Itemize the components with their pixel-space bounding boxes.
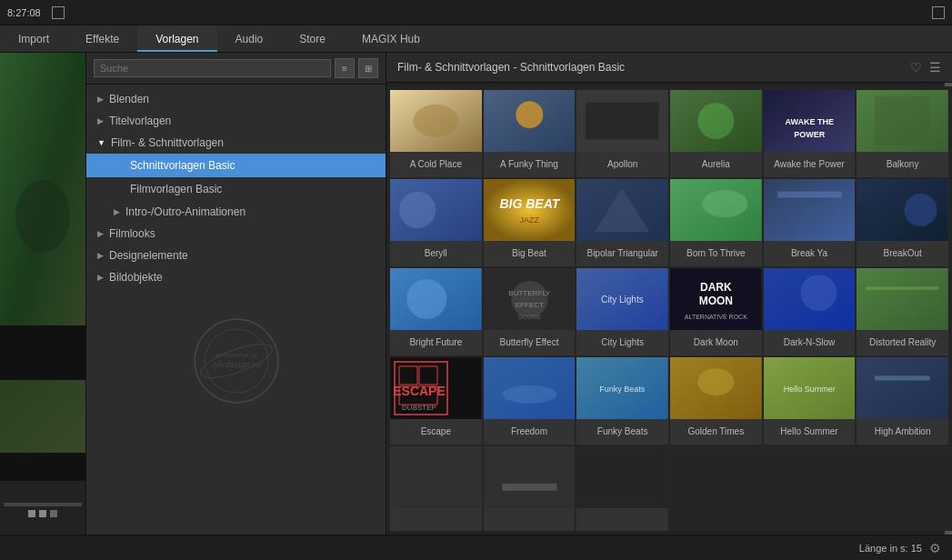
grid-item-break-ya[interactable]: Break Ya bbox=[764, 179, 856, 266]
arrow-titelvorlagen: ▶ bbox=[97, 116, 104, 125]
grid-item-bright[interactable]: Bright Future bbox=[390, 268, 482, 355]
tab-effekte[interactable]: Effekte bbox=[67, 25, 137, 52]
sidebar-item-blenden[interactable]: ▶ Blenden bbox=[86, 88, 386, 110]
favorite-icon[interactable]: ♡ bbox=[910, 60, 922, 75]
duration-label: Länge in s: 15 bbox=[859, 543, 922, 554]
grid-item-beryll[interactable]: Beryll bbox=[390, 179, 482, 266]
grid-item-dark-n-slow[interactable]: Dark-N-Slow bbox=[764, 268, 856, 355]
thumb-freedom bbox=[484, 357, 576, 419]
svg-rect-20 bbox=[875, 96, 929, 145]
thumb-apollon bbox=[576, 90, 668, 152]
thumb-high-ambition bbox=[857, 357, 948, 419]
filter-button-1[interactable]: ≡ bbox=[335, 58, 355, 78]
grid-item-aurelia[interactable]: Aurelia bbox=[670, 90, 762, 177]
grid-item-row5b[interactable] bbox=[484, 446, 576, 531]
tab-import[interactable]: Import bbox=[0, 25, 67, 52]
sidebar-item-intro[interactable]: ▶ Intro-/Outro-Animationen bbox=[86, 201, 386, 223]
label-awake: Awake the Power bbox=[764, 152, 856, 177]
thumb-row5c bbox=[576, 446, 668, 508]
arrow-design: ▶ bbox=[97, 251, 104, 260]
grid-item-awake[interactable]: AWAKE THE POWER Awake the Power bbox=[764, 90, 856, 177]
thumb-dark-n-slow bbox=[764, 268, 856, 330]
sidebar-item-schnittvorlagen[interactable]: Schnittvorlagen Basic bbox=[86, 154, 386, 177]
content-header: Film- & Schnittvorlagen - Schnittvorlage… bbox=[386, 53, 952, 83]
thumb-golden bbox=[670, 357, 762, 419]
grid-item-breakout[interactable]: BreakOut bbox=[857, 179, 948, 266]
svg-rect-69 bbox=[484, 446, 576, 508]
svg-point-11 bbox=[516, 101, 543, 128]
svg-rect-2 bbox=[0, 325, 85, 380]
play-icon[interactable] bbox=[28, 510, 35, 517]
svg-rect-50 bbox=[866, 286, 939, 289]
grid-item-row5a[interactable] bbox=[390, 446, 482, 531]
grid-item-big-beat[interactable]: BIG BEAT JAZZ Big Beat bbox=[484, 179, 576, 266]
scroll-bottom-bar bbox=[386, 531, 952, 535]
svg-text:MOON: MOON bbox=[699, 295, 733, 307]
grid-item-apollon[interactable]: Apollon bbox=[576, 90, 668, 177]
grid-item-city-lights[interactable]: City Lights City Lights bbox=[576, 268, 668, 355]
preview-slider[interactable] bbox=[4, 503, 82, 506]
label-cold-place: A Cold Place bbox=[390, 152, 482, 177]
menu-icon[interactable]: ☰ bbox=[929, 60, 941, 75]
grid-item-hello-summer[interactable]: Hello Summer Hello Summer bbox=[764, 357, 856, 445]
clock: 8:27:08 bbox=[7, 7, 41, 18]
grid-item-butterfly[interactable]: BUTTERFLY EFFECT SCORE Butterfly Effect bbox=[484, 268, 576, 355]
tab-magix[interactable]: MAGIX Hub bbox=[344, 25, 438, 52]
label-hello-summer: Hello Summer bbox=[764, 419, 856, 445]
svg-text:Alicdesign.eu: Alicdesign.eu bbox=[210, 360, 260, 369]
tab-store[interactable]: Store bbox=[281, 25, 344, 52]
stop-icon[interactable] bbox=[39, 510, 46, 517]
grid-item-row5c[interactable] bbox=[576, 446, 668, 531]
label-golden: Golden Times bbox=[670, 419, 762, 445]
label-apollon: Apollon bbox=[576, 152, 668, 177]
grid-item-golden[interactable]: Golden Times bbox=[670, 357, 762, 445]
sidebar-label-blenden: Blenden bbox=[109, 93, 149, 105]
svg-text:Funky Beats: Funky Beats bbox=[600, 385, 646, 394]
thumb-city-lights: City Lights bbox=[576, 268, 668, 330]
label-aurelia: Aurelia bbox=[670, 152, 762, 177]
sidebar-item-film-schnitt[interactable]: ▼ Film- & Schnittvorlagen bbox=[86, 132, 386, 154]
grid-item-dark-moon[interactable]: DARK MOON ALTERNATIVE ROCK Dark Moon bbox=[670, 268, 762, 355]
label-distorted: Distorted Reality bbox=[857, 330, 948, 355]
thumb-butterfly: BUTTERFLY EFFECT SCORE bbox=[484, 268, 576, 330]
header-icon-group: ♡ ☰ bbox=[910, 60, 941, 75]
svg-point-37 bbox=[511, 281, 547, 317]
label-breakout: BreakOut bbox=[857, 241, 948, 266]
svg-rect-68 bbox=[390, 446, 482, 508]
grid-item-bipolar[interactable]: Bipolar Triangular bbox=[576, 179, 668, 266]
left-preview bbox=[0, 53, 86, 535]
tab-audio[interactable]: Audio bbox=[217, 25, 282, 52]
filter-button-2[interactable]: ⊞ bbox=[358, 58, 378, 78]
thumb-beryll bbox=[390, 179, 482, 241]
grid-item-balkony[interactable]: Balkony bbox=[857, 90, 948, 177]
thumb-row5a bbox=[390, 446, 482, 508]
grid-item-distorted[interactable]: Distorted Reality bbox=[857, 268, 948, 355]
grid-container[interactable]: A Cold Place A Funky Thing bbox=[386, 86, 952, 531]
sidebar-item-titelvorlagen[interactable]: ▶ Titelvorlagen bbox=[86, 110, 386, 132]
grid-item-funky-beats[interactable]: Funky Beats Funky Beats bbox=[576, 357, 668, 445]
sidebar-item-bild[interactable]: ▶ Bildobjekte bbox=[86, 266, 386, 288]
sidebar-item-filmvorlagen[interactable]: Filmvorlagen Basic bbox=[86, 177, 386, 201]
svg-text:ALTERNATIVE ROCK: ALTERNATIVE ROCK bbox=[685, 314, 747, 320]
tab-vorlagen[interactable]: Vorlagen bbox=[137, 25, 216, 52]
svg-point-9 bbox=[413, 105, 458, 137]
grid-item-born[interactable]: Born To Thrive bbox=[670, 179, 762, 266]
sidebar-item-design[interactable]: ▶ Designelemente bbox=[86, 245, 386, 266]
sidebar-label-bild: Bildobjekte bbox=[109, 271, 163, 284]
thumb-dark-moon: DARK MOON ALTERNATIVE ROCK bbox=[670, 268, 762, 330]
thumb-bipolar bbox=[576, 179, 668, 241]
grid-item-freedom[interactable]: Freedom bbox=[484, 357, 576, 445]
search-input[interactable] bbox=[94, 59, 331, 77]
settings-icon[interactable]: ⚙ bbox=[929, 541, 941, 555]
sidebar-label-schnitt: Schnittvorlagen Basic bbox=[130, 159, 235, 172]
nav-tabs: Import Effekte Vorlagen Audio Store MAGI… bbox=[0, 25, 952, 53]
grid-item-cold-place[interactable]: A Cold Place bbox=[390, 90, 482, 177]
thumb-breakout bbox=[857, 179, 948, 241]
sidebar-label-film: Film- & Schnittvorlagen bbox=[111, 136, 224, 149]
grid-item-high-ambition[interactable]: High Ambition bbox=[857, 357, 948, 445]
grid-item-funky-thing[interactable]: A Funky Thing bbox=[484, 90, 576, 177]
sidebar-item-filmlooks[interactable]: ▶ Filmlooks bbox=[86, 223, 386, 245]
grid-item-escape[interactable]: ESCAPE DUBSTEP Escape bbox=[390, 357, 482, 445]
svg-point-29 bbox=[702, 190, 747, 217]
label-bright: Bright Future bbox=[390, 330, 482, 355]
